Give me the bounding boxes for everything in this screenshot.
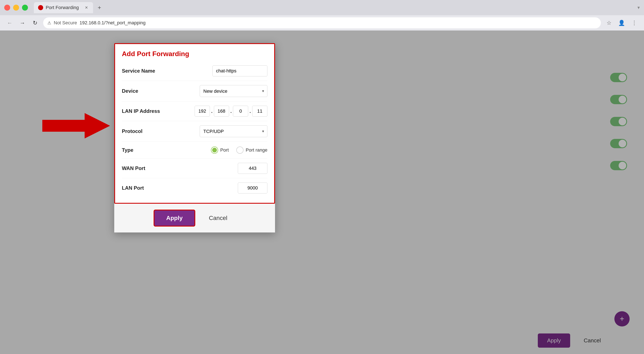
security-warning-icon: ⚠ (48, 20, 51, 26)
profile-button[interactable]: 👤 (617, 18, 626, 28)
arrow-left-indicator (42, 111, 110, 141)
star-icon: ☆ (606, 20, 612, 26)
tab-favicon (38, 5, 43, 10)
lan-port-control (181, 183, 268, 194)
device-row: Device New device Device 1 Device 2 ▾ (122, 81, 268, 101)
ip-octet-1[interactable] (195, 106, 210, 117)
active-tab[interactable]: Port Forwarding ✕ (34, 2, 93, 13)
ip-dot-1: . (211, 108, 213, 114)
back-button[interactable]: ← (5, 18, 14, 28)
forward-button[interactable]: → (18, 18, 27, 28)
type-control: Port Port range (181, 147, 268, 154)
protocol-label: Protocol (122, 128, 181, 134)
cancel-button[interactable]: Cancel (200, 210, 236, 226)
forward-icon: → (20, 20, 25, 26)
modal-content: Add Port Forwarding Service Name Device (114, 43, 275, 204)
type-label: Type (122, 147, 181, 153)
wan-port-control (181, 163, 268, 174)
port-range-radio-button[interactable] (236, 147, 244, 154)
close-window-button[interactable] (4, 5, 10, 11)
modal-title: Add Port Forwarding (115, 44, 274, 61)
ip-octet-3[interactable] (233, 106, 248, 117)
type-radio-group: Port Port range (211, 147, 268, 154)
ip-octet-4[interactable] (252, 106, 268, 117)
ip-fields: . . . (195, 106, 268, 117)
ip-octet-2[interactable] (214, 106, 229, 117)
protocol-select-wrapper: TCP/UDP TCP UDP ▾ (200, 125, 268, 137)
wan-port-row: WAN Port (122, 159, 268, 178)
address-bar-row: ← → ↻ ⚠ Not Secure 192.168.0.1/?net_port… (0, 15, 644, 31)
window-controls (4, 5, 28, 11)
bookmark-button[interactable]: ☆ (604, 18, 614, 28)
url-display: 192.168.0.1/?net_port_mapping (80, 20, 146, 26)
arrow-right-svg (42, 111, 110, 141)
service-name-label: Service Name (122, 68, 181, 74)
browser-chrome: Port Forwarding ✕ + ▾ ← → ↻ ⚠ Not Secure… (0, 0, 644, 31)
page-content: + Apply Cancel Add Port Forwarding Servi… (0, 31, 644, 354)
tab-close-button[interactable]: ✕ (84, 5, 89, 10)
menu-icon: ⋮ (632, 20, 637, 26)
ip-dot-3: . (249, 108, 251, 114)
new-tab-icon: + (98, 4, 101, 11)
wan-port-label: WAN Port (122, 165, 181, 171)
modal-footer: Apply Cancel (114, 204, 275, 232)
reload-button[interactable]: ↻ (30, 18, 40, 28)
not-secure-label: Not Secure (54, 20, 77, 26)
protocol-select[interactable]: TCP/UDP TCP UDP (200, 125, 268, 137)
service-name-input[interactable] (212, 66, 268, 77)
reload-icon: ↻ (33, 20, 38, 26)
device-select-wrapper: New device Device 1 Device 2 ▾ (200, 85, 268, 97)
port-radio-label: Port (220, 147, 229, 153)
lan-port-input[interactable] (238, 183, 268, 194)
modal-overlay[interactable] (0, 31, 644, 354)
port-range-radio-label: Port range (246, 147, 268, 153)
port-radio-inner (212, 148, 217, 152)
maximize-window-button[interactable] (22, 5, 28, 11)
apply-button[interactable]: Apply (154, 210, 196, 227)
address-bar[interactable]: ⚠ Not Secure 192.168.0.1/?net_port_mappi… (43, 17, 601, 28)
protocol-control: TCP/UDP TCP UDP ▾ (181, 125, 268, 137)
back-icon: ← (7, 20, 12, 26)
lan-ip-control: . . . (181, 106, 268, 117)
port-radio-option[interactable]: Port (211, 147, 229, 154)
modal-dialog: Add Port Forwarding Service Name Device (114, 43, 275, 232)
ip-dot-2: . (230, 108, 232, 114)
service-name-control (181, 66, 268, 77)
minimize-window-button[interactable] (13, 5, 19, 11)
service-name-row: Service Name (122, 61, 268, 81)
menu-button[interactable]: ⋮ (630, 18, 639, 28)
type-row: Type Port Port range (122, 142, 268, 159)
protocol-row: Protocol TCP/UDP TCP UDP ▾ (122, 121, 268, 142)
lan-ip-row: LAN IP Address . . . (122, 101, 268, 121)
tab-title: Port Forwarding (46, 5, 79, 10)
lan-ip-label: LAN IP Address (122, 108, 181, 114)
port-range-radio-option[interactable]: Port range (236, 147, 268, 154)
port-radio-button[interactable] (211, 147, 218, 154)
device-label: Device (122, 88, 181, 94)
wan-port-input[interactable] (238, 163, 268, 174)
device-select[interactable]: New device Device 1 Device 2 (200, 85, 268, 97)
lan-port-row: LAN Port (122, 178, 268, 198)
modal-body: Service Name Device New device Device 1 (115, 61, 274, 203)
tab-bar: Port Forwarding ✕ + ▾ (0, 0, 644, 15)
new-tab-button[interactable]: + (95, 3, 104, 12)
profile-icon: 👤 (618, 20, 625, 26)
device-control: New device Device 1 Device 2 ▾ (181, 85, 268, 97)
svg-marker-0 (42, 113, 110, 138)
tabs-menu-icon: ▾ (638, 5, 640, 10)
lan-port-label: LAN Port (122, 185, 181, 191)
